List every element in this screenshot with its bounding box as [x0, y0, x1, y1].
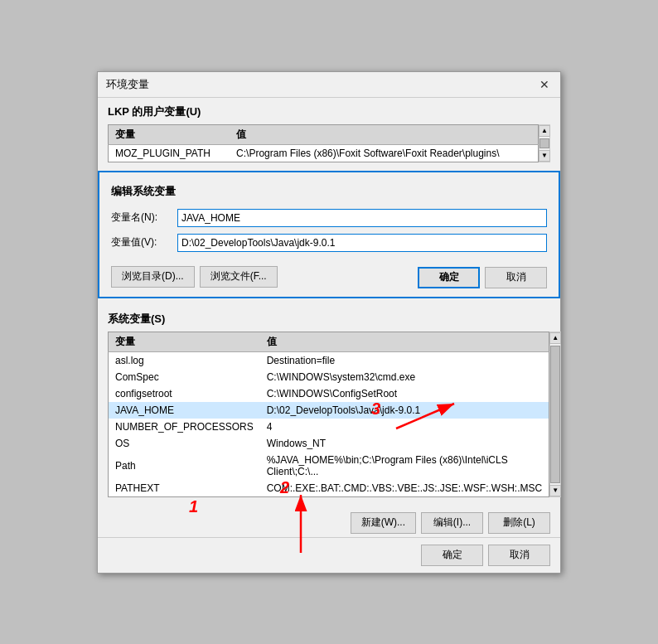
sys-vars-section: 系统变量(S) 变量 值 asl.logDestination=fileComS…: [98, 305, 560, 506]
bottom-buttons: 确定 取消: [98, 537, 560, 573]
user-vars-table: 变量 值 MOZ_PLUGIN_PATHC:\Program Files (x8…: [108, 124, 539, 162]
edit-dialog-buttons: 确定 取消: [418, 267, 547, 288]
edit-ok-button[interactable]: 确定: [418, 267, 480, 288]
table-row[interactable]: PATHEXTCOM:.EXE:.BAT:.CMD:.VBS:.VBE:.JS:…: [109, 480, 549, 497]
dialog-title: 环境变量: [106, 77, 149, 92]
var-cell: ComSpec: [109, 369, 260, 385]
title-bar: 环境变量 ✕: [98, 72, 560, 98]
sys-vars-scrollbar[interactable]: ▲ ▼: [549, 332, 561, 497]
table-row[interactable]: Path%JAVA_HOME%\bin;C:\Program Files (x8…: [109, 452, 549, 480]
user-vars-title: LKP 的用户变量(U): [108, 104, 550, 119]
close-button[interactable]: ✕: [537, 77, 552, 92]
sys-vars-col-val: 值: [260, 332, 549, 351]
var-cell: JAVA_HOME: [109, 402, 260, 419]
browse-buttons: 浏览目录(D)... 浏览文件(F...: [111, 266, 278, 288]
var-cell: PATHEXT: [109, 480, 260, 497]
table-row[interactable]: asl.logDestination=file: [109, 351, 549, 369]
scrollbar-down-icon[interactable]: ▼: [539, 150, 550, 162]
var-cell: OS: [109, 435, 260, 452]
user-vars-header: 变量 值: [109, 124, 539, 144]
val-cell: D:\02_DevelopTools\Java\jdk-9.0.1: [260, 402, 549, 419]
table-row[interactable]: configsetrootC:\WINDOWS\ConfigSetRoot: [109, 385, 549, 402]
edit-cancel-button[interactable]: 取消: [485, 267, 547, 288]
var-cell: NUMBER_OF_PROCESSORS: [109, 419, 260, 435]
var-cell: asl.log: [109, 351, 260, 369]
delete-button[interactable]: 删除(L): [488, 512, 550, 534]
edit-dialog: 编辑系统变量 变量名(N): 变量值(V): 浏览目录(D)... 浏览文件(F…: [98, 171, 560, 298]
val-cell: %JAVA_HOME%\bin;C:\Program Files (x86)\I…: [260, 452, 549, 480]
browse-dir-button[interactable]: 浏览目录(D)...: [111, 266, 195, 288]
val-cell: Destination=file: [260, 351, 549, 369]
val-cell: COM:.EXE:.BAT:.CMD:.VBS:.VBE:.JS:.JSE:.W…: [260, 480, 549, 497]
table-row[interactable]: JAVA_HOMED:\02_DevelopTools\Java\jdk-9.0…: [109, 402, 549, 419]
sys-vars-table: 变量 值 asl.logDestination=fileComSpecC:\WI…: [108, 332, 549, 497]
val-cell: C:\Program Files (x86)\Foxit Software\Fo…: [230, 144, 538, 162]
scrollbar-up-icon[interactable]: ▲: [539, 125, 550, 137]
sys-vars-col-var: 变量: [109, 332, 260, 351]
table-row[interactable]: NUMBER_OF_PROCESSORS4: [109, 419, 549, 435]
browse-file-button[interactable]: 浏览文件(F...: [200, 266, 278, 288]
cancel-button[interactable]: 取消: [488, 545, 550, 566]
var-name-input[interactable]: [177, 209, 547, 227]
sys-scrollbar-thumb[interactable]: [550, 346, 560, 483]
sys-scrollbar-down-icon[interactable]: ▼: [549, 485, 561, 496]
var-cell: Path: [109, 452, 260, 480]
edit-dialog-title: 编辑系统变量: [111, 184, 547, 199]
val-cell: 4: [260, 419, 549, 435]
var-name-label: 变量名(N):: [111, 211, 177, 225]
sys-vars-header: 变量 值: [109, 332, 549, 351]
var-value-input[interactable]: [177, 234, 547, 252]
ok-button[interactable]: 确定: [421, 545, 483, 566]
table-row[interactable]: ComSpecC:\WINDOWS\system32\cmd.exe: [109, 369, 549, 385]
scrollbar-thumb[interactable]: [539, 138, 549, 148]
var-name-row: 变量名(N):: [111, 209, 547, 227]
var-cell: MOZ_PLUGIN_PATH: [109, 144, 230, 162]
table-row[interactable]: OSWindows_NT: [109, 435, 549, 452]
sys-vars-title: 系统变量(S): [108, 312, 550, 327]
val-cell: C:\WINDOWS\ConfigSetRoot: [260, 385, 549, 402]
user-vars-section: LKP 的用户变量(U) 变量 值 MOZ_PLUGIN_PATHC:\Prog…: [98, 98, 560, 171]
user-vars-col-val: 值: [230, 124, 538, 144]
edit-button[interactable]: 编辑(I)...: [421, 512, 483, 534]
table-row[interactable]: MOZ_PLUGIN_PATHC:\Program Files (x86)\Fo…: [109, 144, 539, 162]
val-cell: Windows_NT: [260, 435, 549, 452]
var-value-label: 变量值(V):: [111, 235, 177, 249]
val-cell: C:\WINDOWS\system32\cmd.exe: [260, 369, 549, 385]
sys-scrollbar-up-icon[interactable]: ▲: [549, 332, 561, 344]
user-vars-scrollbar[interactable]: ▲ ▼: [539, 124, 550, 162]
var-cell: configsetroot: [109, 385, 260, 402]
new-button[interactable]: 新建(W)...: [351, 512, 416, 534]
user-vars-col-var: 变量: [109, 124, 230, 144]
var-value-row: 变量值(V):: [111, 234, 547, 252]
sys-vars-buttons: 新建(W)... 编辑(I)... 删除(L): [98, 512, 560, 534]
